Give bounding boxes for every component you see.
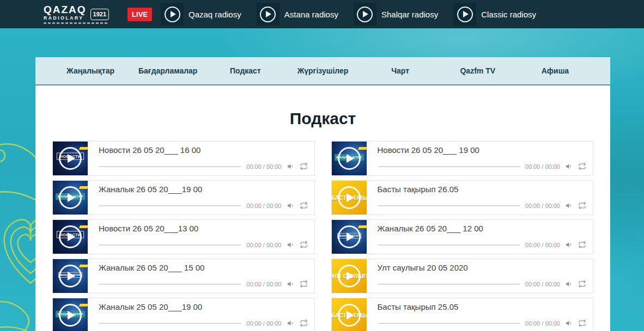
speaker-icon[interactable] xyxy=(287,201,295,210)
speaker-icon[interactable] xyxy=(565,319,573,327)
nav-item-chart[interactable]: Чарт xyxy=(362,66,439,75)
seek-bar[interactable] xyxy=(378,323,520,324)
time-display: 00:00 / 00:00 xyxy=(525,163,560,170)
seek-bar[interactable] xyxy=(378,205,520,206)
play-icon xyxy=(338,304,361,327)
speaker-icon[interactable] xyxy=(287,319,295,327)
time-display: 00:00 / 00:00 xyxy=(525,281,560,287)
station-qazaq-radiosy[interactable]: Qazaq radiosy xyxy=(161,3,241,26)
repeat-icon[interactable] xyxy=(300,241,308,249)
podcast-title: Жаналык 26 05 20___ 15 00 xyxy=(99,263,308,272)
podcast-thumbnail[interactable]: НОВОСТИ xyxy=(53,220,88,254)
podcast-title: Жаналык 25 05 20___19 00 xyxy=(99,302,308,311)
time-display: 00:00 / 00:00 xyxy=(246,320,281,327)
repeat-icon[interactable] xyxy=(578,201,586,210)
nav-item-podkast[interactable]: Подкаст xyxy=(206,66,284,75)
audio-player: 00:00 / 00:00 xyxy=(99,201,308,210)
speaker-icon[interactable] xyxy=(565,280,573,288)
play-icon xyxy=(338,265,361,287)
thumbnail-accent xyxy=(357,147,366,150)
seek-bar[interactable] xyxy=(99,205,241,206)
seek-bar[interactable] xyxy=(378,166,520,167)
repeat-icon[interactable] xyxy=(578,280,586,288)
seek-bar[interactable] xyxy=(378,244,520,246)
podcast-thumbnail[interactable]: ЖАҢАЛЫҚТАР xyxy=(53,259,88,293)
content-card: Жаңалықтар Бағдарламалар Подкаст Жүргізу… xyxy=(35,57,610,331)
thumbnail-accent xyxy=(357,225,366,228)
seek-bar[interactable] xyxy=(99,323,241,324)
speaker-icon[interactable] xyxy=(287,162,295,170)
podcast-thumbnail[interactable]: ЖАҢАЛЫҚТАР xyxy=(53,298,88,331)
time-display: 00:00 / 00:00 xyxy=(525,320,560,327)
play-icon xyxy=(59,304,82,327)
speaker-icon[interactable] xyxy=(287,241,295,249)
podcast-thumbnail[interactable]: БАСТЫ ТАҚЫРЫП xyxy=(332,181,367,214)
station-classic-radiosy[interactable]: Classic radiosy xyxy=(453,3,536,26)
speaker-icon[interactable] xyxy=(565,162,573,170)
speaker-icon[interactable] xyxy=(565,241,573,249)
station-label: Shalqar radiosy xyxy=(381,10,438,19)
podcast-column-right: ЖАҢАЛЫҚТАР Новости 26 05 20___ 19 00 00:… xyxy=(331,141,594,331)
logo-name-line2: RADIOLARY xyxy=(44,16,87,21)
podcast-thumbnail[interactable]: ЖАҢАЛЫҚТАР xyxy=(332,142,367,175)
nav-item-bagdarlamalar[interactable]: Бағдарламалар xyxy=(129,66,206,75)
nav-item-qazfm-tv[interactable]: Qazfm TV xyxy=(439,66,517,75)
podcast-item: ҰЛТ САУЛЫҒЫ Улт саулыгы 20 05 2020 00:00… xyxy=(331,259,594,293)
repeat-icon[interactable] xyxy=(300,162,308,170)
logo-tagline xyxy=(44,22,108,24)
podcast-thumbnail[interactable]: НОВОСТИ xyxy=(53,142,88,175)
podcast-thumbnail[interactable]: ҰЛТ САУЛЫҒЫ xyxy=(332,259,367,293)
site-logo[interactable]: QAZAQ RADIOLARY 1921 xyxy=(44,4,109,24)
time-display: 00:00 / 00:00 xyxy=(246,163,281,170)
audio-player: 00:00 / 00:00 xyxy=(378,280,587,288)
live-badge[interactable]: LIVE xyxy=(127,8,152,21)
station-astana-radiosy[interactable]: Astana radiosy xyxy=(257,3,338,26)
podcast-item: ЖАҢАЛЫҚТАР Жаналык 26 05 20___ 15 00 00:… xyxy=(52,259,315,293)
nav-item-zhurgizushiler[interactable]: Жүргізушілер xyxy=(284,66,361,75)
time-display: 00:00 / 00:00 xyxy=(525,203,560,209)
podcast-item: БАСТЫ ТАҚЫРЫП Басты тақырып 25.05 00:00 … xyxy=(331,298,594,331)
station-label: Qazaq radiosy xyxy=(189,10,241,19)
audio-player: 00:00 / 00:00 xyxy=(99,162,308,170)
time-display: 00:00 / 00:00 xyxy=(525,242,560,248)
repeat-icon[interactable] xyxy=(300,319,308,327)
repeat-icon[interactable] xyxy=(578,319,586,327)
play-icon xyxy=(338,186,361,209)
podcast-item: НОВОСТИ Новости 26 05 20___ 16 00 00:00 … xyxy=(52,141,315,176)
thumbnail-accent xyxy=(79,186,88,189)
podcast-thumbnail[interactable]: ЖАҢАЛЫҚТАР xyxy=(332,220,367,254)
seek-bar[interactable] xyxy=(99,166,241,167)
seek-bar[interactable] xyxy=(99,284,241,285)
repeat-icon[interactable] xyxy=(300,280,308,288)
station-label: Classic radiosy xyxy=(481,10,536,19)
podcast-item: ЖАҢАЛЫҚТАР Жаналык 25 05 20___19 00 00:0… xyxy=(52,298,315,331)
thumbnail-accent xyxy=(79,147,88,150)
nav-item-afisha[interactable]: Афиша xyxy=(517,66,594,75)
seek-bar[interactable] xyxy=(99,244,241,246)
repeat-icon[interactable] xyxy=(300,201,308,210)
nav-item-zhanalyqtar[interactable]: Жаңалықтар xyxy=(52,66,129,75)
repeat-icon[interactable] xyxy=(578,241,586,249)
podcast-title: Басты тақырып 26.05 xyxy=(378,185,587,194)
play-circle-icon xyxy=(257,3,280,26)
play-circle-icon xyxy=(453,3,476,26)
audio-player: 00:00 / 00:00 xyxy=(378,162,587,170)
play-icon xyxy=(338,147,361,170)
audio-player: 00:00 / 00:00 xyxy=(99,280,308,288)
podcast-item: ЖАҢАЛЫҚТАР Новости 26 05 20___ 19 00 00:… xyxy=(331,141,594,176)
speaker-icon[interactable] xyxy=(287,280,295,288)
podcast-thumbnail[interactable]: ЖАҢАЛЫҚТАР xyxy=(53,181,88,214)
podcast-title: Улт саулыгы 20 05 2020 xyxy=(378,263,587,272)
main-nav: Жаңалықтар Бағдарламалар Подкаст Жүргізу… xyxy=(35,57,610,85)
station-shalqar-radiosy[interactable]: Shalqar radiosy xyxy=(354,3,438,26)
podcast-title: Басты тақырып 25.05 xyxy=(378,302,587,311)
podcast-title: Новости 26 05 20___ 19 00 xyxy=(378,145,587,155)
podcast-thumbnail[interactable]: БАСТЫ ТАҚЫРЫП xyxy=(332,298,367,331)
speaker-icon[interactable] xyxy=(565,201,573,210)
podcast-item: ЖАҢАЛЫҚТАР Жаналык 26 05 20___ 12 00 00:… xyxy=(331,219,594,254)
podcast-title: Жаналык 26 05 20___ 12 00 xyxy=(378,224,587,233)
play-circle-icon xyxy=(161,3,184,26)
podcast-item: НОВОСТИ Новости 26 05 20___13 00 00:00 /… xyxy=(52,219,315,254)
repeat-icon[interactable] xyxy=(578,162,586,170)
seek-bar[interactable] xyxy=(378,284,520,285)
